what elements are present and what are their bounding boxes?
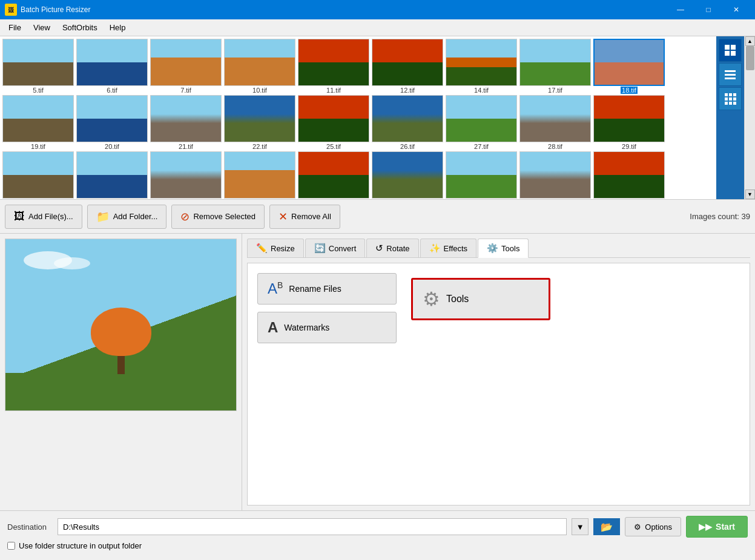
grid-large-view-button[interactable] xyxy=(719,39,742,62)
image-cell-12tif[interactable]: 12.tif xyxy=(372,39,443,94)
image-cell-20tif[interactable]: 20.tif xyxy=(76,95,148,150)
options-label: Options xyxy=(645,522,672,532)
tools-button[interactable]: ⚙ Tools xyxy=(411,278,550,320)
destination-input[interactable] xyxy=(58,518,567,535)
image-cell-32tif[interactable]: 32.tif xyxy=(76,151,148,199)
thumb-25tif xyxy=(298,95,369,142)
image-cell-10tif[interactable]: 10.tif xyxy=(224,39,295,94)
thumb-22tif xyxy=(224,95,295,142)
rename-files-button[interactable]: AB Rename Files xyxy=(257,273,397,305)
image-grid-scroll[interactable]: 5.tif 6.tif 7.tif 10.tif 11.tif 12.tif xyxy=(0,36,716,199)
add-folder-label: Add Folder... xyxy=(113,212,158,221)
add-files-button[interactable]: 🖼 Add File(s)... xyxy=(5,205,82,229)
tab-convert-label: Convert xyxy=(329,244,357,253)
watermarks-button[interactable]: A Watermarks xyxy=(257,312,397,343)
image-cell-30tif[interactable]: 30.tif xyxy=(2,151,74,199)
tools-tab-icon: ⚙️ xyxy=(487,243,498,254)
image-cell-7tif[interactable]: 7.tif xyxy=(150,39,222,94)
image-cell-25tif[interactable]: 25.tif xyxy=(298,95,369,150)
filename-7tif: 7.tif xyxy=(180,87,191,94)
image-cell-5tif[interactable]: 5.tif xyxy=(2,39,74,94)
folder-structure-checkbox[interactable] xyxy=(7,542,15,550)
thumb-32tif xyxy=(76,151,148,199)
destination-label: Destination xyxy=(7,522,53,532)
image-cell-18tif[interactable]: 18.tif xyxy=(593,39,665,94)
thumb-33tif xyxy=(150,151,222,199)
svg-rect-12 xyxy=(733,97,736,100)
svg-rect-9 xyxy=(733,93,736,96)
menu-view[interactable]: View xyxy=(27,21,56,35)
svg-rect-8 xyxy=(729,93,732,96)
remove-selected-button[interactable]: ⊘ Remove Selected xyxy=(171,205,265,229)
image-cell-28tif[interactable]: 28.tif xyxy=(519,95,591,150)
filename-14tif: 14.tif xyxy=(474,87,489,94)
tab-effects[interactable]: ✨ Effects xyxy=(420,239,477,257)
svg-rect-10 xyxy=(725,97,728,100)
image-cell-38tif[interactable]: 38.tif xyxy=(372,151,443,199)
scroll-up-button[interactable]: ▲ xyxy=(745,36,755,46)
tab-resize[interactable]: ✏️ Resize xyxy=(247,239,304,257)
scroll-down-button[interactable]: ▼ xyxy=(745,189,755,199)
tab-rotate[interactable]: ↺ Rotate xyxy=(366,239,418,257)
browse-folder-icon: 📂 xyxy=(601,521,613,533)
menu-softorbits[interactable]: SoftOrbits xyxy=(56,21,104,35)
image-cell-autumnlake[interactable]: autumn lake.tif xyxy=(593,151,665,199)
browse-button[interactable]: 📂 xyxy=(593,518,620,535)
image-cell-39tif[interactable]: 39.tif xyxy=(446,151,517,199)
image-cell-26tif[interactable]: 26.tif xyxy=(372,95,443,150)
image-cell-37tif[interactable]: 37.tif xyxy=(298,151,369,199)
convert-tab-icon: 🔄 xyxy=(314,243,326,254)
maximize-button[interactable]: □ xyxy=(694,0,722,19)
list-view-button[interactable] xyxy=(719,63,742,86)
preview-image xyxy=(5,239,237,411)
thumb-17tif xyxy=(519,39,591,86)
thumb-7tif xyxy=(150,39,222,86)
scroll-track[interactable] xyxy=(745,46,755,189)
options-gear-icon: ⚙ xyxy=(634,522,641,532)
folder-structure-row: Use folder structure in output folder xyxy=(7,541,748,550)
add-folder-button[interactable]: 📁 Add Folder... xyxy=(87,205,167,229)
tools-buttons-column: AB Rename Files A Watermarks xyxy=(257,273,397,495)
tab-tools[interactable]: ⚙️ Tools xyxy=(478,239,529,258)
image-cell-22tif[interactable]: 22.tif xyxy=(224,95,295,150)
image-cell-11tif[interactable]: 11.tif xyxy=(298,39,369,94)
scroll-thumb[interactable] xyxy=(746,46,754,70)
image-cell-6tif[interactable]: 6.tif xyxy=(76,39,148,94)
svg-rect-5 xyxy=(725,74,736,76)
menu-file[interactable]: File xyxy=(2,21,27,35)
remove-all-button[interactable]: ✕ Remove All xyxy=(269,205,340,229)
remove-all-icon: ✕ xyxy=(279,210,288,223)
folder-structure-label: Use folder structure in output folder xyxy=(19,541,142,550)
destination-dropdown-button[interactable]: ▼ xyxy=(572,518,589,535)
image-cell-27tif[interactable]: 27.tif xyxy=(446,95,517,150)
grid-small-view-button[interactable] xyxy=(719,87,742,110)
image-cell-29tif[interactable]: 29.tif xyxy=(593,95,665,150)
remove-selected-icon: ⊘ xyxy=(180,210,190,223)
menu-help[interactable]: Help xyxy=(104,21,132,35)
thumb-37tif xyxy=(298,151,369,199)
svg-rect-3 xyxy=(731,51,736,56)
image-cell-35tif[interactable]: 35.tif xyxy=(224,151,295,199)
image-cell-33tif[interactable]: 33.tif xyxy=(150,151,222,199)
image-cell-21tif[interactable]: 21.tif xyxy=(150,95,222,150)
bottom-bar: Destination ▼ 📂 ⚙ Options ▶▶ Start Use f… xyxy=(0,510,755,560)
image-cell-17tif[interactable]: 17.tif xyxy=(519,39,591,94)
thumb-40tif xyxy=(519,151,591,199)
filename-27tif: 27.tif xyxy=(474,143,489,150)
svg-rect-14 xyxy=(729,102,732,105)
preview-panel xyxy=(0,234,242,510)
remove-all-label: Remove All xyxy=(291,212,331,221)
image-cell-19tif[interactable]: 19.tif xyxy=(2,95,74,150)
minimize-button[interactable]: — xyxy=(667,0,694,19)
close-button[interactable]: ✕ xyxy=(722,0,750,19)
start-button[interactable]: ▶▶ Start xyxy=(686,516,748,538)
thumb-19tif xyxy=(2,95,74,142)
image-cell-40tif[interactable]: 40.tif xyxy=(519,151,591,199)
image-cell-14tif[interactable]: 14.tif xyxy=(446,39,517,94)
thumb-20tif xyxy=(76,95,148,142)
thumb-28tif xyxy=(519,95,591,142)
tab-convert[interactable]: 🔄 Convert xyxy=(305,239,366,257)
options-button[interactable]: ⚙ Options xyxy=(625,517,681,536)
add-folder-icon: 📁 xyxy=(96,210,110,223)
window-controls: — □ ✕ xyxy=(667,0,750,19)
